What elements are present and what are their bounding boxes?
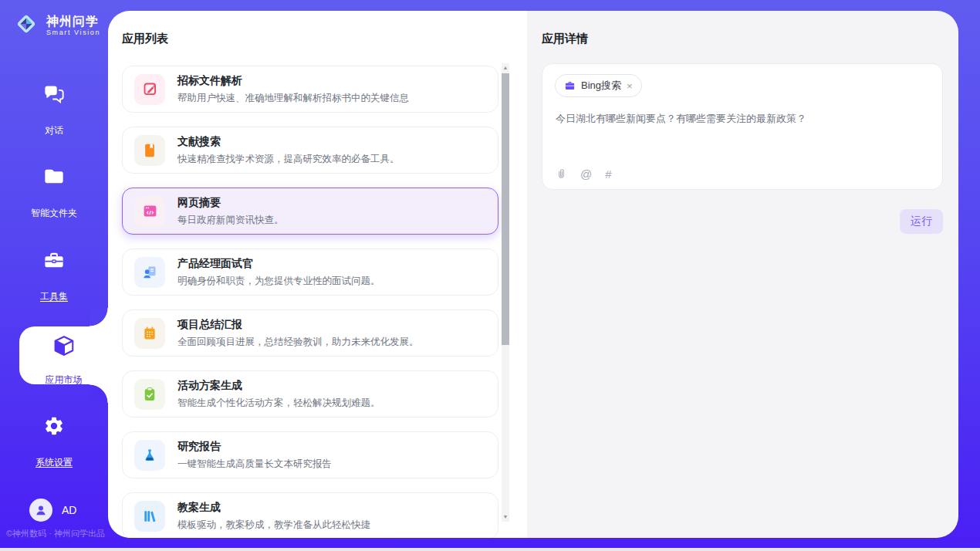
sidebar-item-settings[interactable]: 系统设置 [0,415,108,469]
person-icon [33,502,49,518]
app-card-title: 研究报告 [177,440,332,454]
copyright-footer: ©神州数码 · 神州问学出品 [6,528,108,539]
chip-close-icon[interactable]: × [627,81,633,91]
activity-clipboard-icon [134,379,165,410]
app-list: 招标文件解析 帮助用户快速、准确地理解和解析招标书中的关键信息 文献搜索 快速精… [122,66,498,538]
app-card-title: 项目总结汇报 [177,318,419,332]
app-card-bid-document-analysis[interactable]: 招标文件解析 帮助用户快速、准确地理解和解析招标书中的关键信息 [122,66,498,113]
toolbox-icon [43,249,65,271]
tool-chip-label: Bing搜索 [581,79,621,93]
diamond-gem-icon [12,10,40,41]
app-card-description: 快速精准查找学术资源，提高研究效率的必备工具。 [177,153,400,166]
app-card-activity-plan[interactable]: 活动方案生成 智能生成个性化活动方案，轻松解决规划难题。 [122,370,498,417]
sidebar-item-label: 对话 [45,124,63,137]
mention-icon[interactable]: @ [580,168,592,180]
app-card-description: 帮助用户快速、准确地理解和解析招标书中的关键信息 [177,92,409,105]
briefcase-icon [564,80,576,92]
avatar [29,499,52,522]
interviewer-person-icon [134,257,165,288]
brand-text: 神州问学 Smart Vision [46,15,100,36]
app-card-title: 招标文件解析 [177,74,409,88]
app-list-title: 应用列表 [122,32,168,46]
lesson-books-icon [134,501,165,532]
sidebar: 神州问学 Smart Vision 对话 智能文件夹 [0,0,108,548]
app-card-description: 全面回顾项目进展，总结经验教训，助力未来优化发展。 [177,336,419,349]
research-flask-icon [134,440,165,471]
app-list-panel: 应用列表 招标文件解析 帮助用户快速、准确地理解和解析招标书中的关键信息 [108,11,527,538]
app-card-title: 教案生成 [177,501,370,515]
app-card-webpage-summary[interactable]: 网页摘要 每日政府新闻资讯快查。 [122,188,498,235]
app-card-pm-interviewer[interactable]: 产品经理面试官 明确身份和职责，为您提供专业性的面试问题。 [122,248,498,296]
content-area: 应用列表 招标文件解析 帮助用户快速、准确地理解和解析招标书中的关键信息 [108,11,958,538]
prompt-text[interactable]: 今日湖北有哪些新闻要点？有哪些需要关注的最新政策？ [556,112,930,126]
project-report-icon [134,318,165,349]
scroll-up-arrow-icon[interactable]: ▲ [502,63,509,73]
prompt-input-card[interactable]: Bing搜索 × 今日湖北有哪些新闻要点？有哪些需要关注的最新政策？ @ # [542,63,943,190]
app-window: 神州问学 Smart Vision 对话 智能文件夹 [0,0,980,551]
sidebar-item-smart-folder[interactable]: 智能文件夹 [0,166,108,220]
sidebar-item-toolset[interactable]: 工具集 [0,249,108,303]
app-card-lesson-plan[interactable]: 教案生成 模板驱动，教案秒成，教学准备从此轻松快捷 [122,492,498,538]
sidebar-item-label: 工具集 [40,290,68,303]
app-card-title: 文献搜索 [177,135,400,149]
webpage-code-icon [134,196,165,227]
scrollbar-thumb[interactable] [502,73,509,345]
app-card-description: 智能生成个性化活动方案，轻松解决规划难题。 [177,397,380,410]
bid-doc-edit-icon [134,74,165,105]
literature-book-icon [134,135,165,166]
app-detail-panel: 应用详情 Bing搜索 × 今日湖北有哪些新闻要点？有哪些需要关注的最新政策？ [527,11,958,538]
app-card-title: 产品经理面试官 [177,257,380,271]
app-card-literature-search[interactable]: 文献搜索 快速精准查找学术资源，提高研究效率的必备工具。 [122,127,498,174]
app-card-title: 网页摘要 [177,196,284,210]
run-button-row: 运行 [900,209,943,234]
scrollbar[interactable]: ▲ ▼ [502,63,509,522]
paperclip-icon[interactable] [556,167,567,180]
gear-icon [43,415,65,437]
hashtag-icon[interactable]: # [605,168,611,180]
cube-icon [52,334,76,357]
app-card-research-report[interactable]: 研究报告 一键智能生成高质量长文本研究报告 [122,431,498,478]
sidebar-item-chat[interactable]: 对话 [0,83,108,137]
brand-subtitle: Smart Vision [46,29,100,36]
chat-icon [43,83,65,105]
app-card-description: 每日政府新闻资讯快查。 [177,214,284,227]
app-card-description: 一键智能生成高质量长文本研究报告 [177,458,332,471]
sidebar-item-label: 应用市场 [46,374,83,387]
brand-name: 神州问学 [46,15,100,29]
sidebar-item-label: 系统设置 [35,456,73,469]
tab-notch-bottom [90,384,108,403]
user-account[interactable]: AD [29,499,76,522]
sidebar-item-app-market[interactable]: 应用市场 [19,326,108,384]
folder-icon [43,166,65,188]
run-button[interactable]: 运行 [900,209,943,234]
app-card-description: 明确身份和职责，为您提供专业性的面试问题。 [177,275,380,288]
app-card-title: 活动方案生成 [177,379,380,393]
user-label: AD [62,504,76,516]
tab-notch-top [90,308,108,326]
app-detail-title: 应用详情 [542,32,588,46]
sidebar-item-label: 智能文件夹 [31,207,77,220]
prompt-toolbar: @ # [556,167,612,180]
app-card-project-summary[interactable]: 项目总结汇报 全面回顾项目进展，总结经验教训，助力未来优化发展。 [122,309,498,357]
tool-chip-bing-search[interactable]: Bing搜索 × [555,74,642,97]
brand-logo: 神州问学 Smart Vision [12,10,100,41]
scroll-down-arrow-icon[interactable]: ▼ [502,512,509,522]
app-card-description: 模板驱动，教案秒成，教学准备从此轻松快捷 [177,519,370,532]
